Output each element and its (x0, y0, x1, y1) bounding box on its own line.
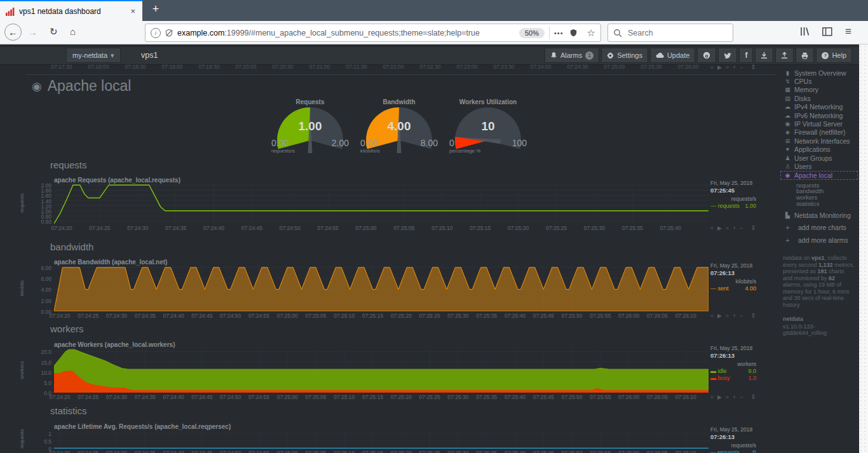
reload-button[interactable]: ↻ (50, 27, 58, 36)
sidebar-action-add-more-alarms[interactable]: +add more alarms (783, 236, 858, 245)
pan-left-button[interactable]: « (710, 64, 714, 71)
update-button[interactable]: Update (650, 48, 695, 63)
sidebar-item-ipv4-networking[interactable]: ☁IPv4 Networking (783, 103, 858, 111)
pan-right-button[interactable]: » (726, 64, 729, 71)
legend-units: kilobits/s (710, 278, 756, 285)
cloud-icon: ☁ (783, 112, 792, 119)
zoom-out-button[interactable]: − (740, 394, 743, 400)
sidebar-item-netdata-monitoring[interactable]: ▙Netdata Monitoring (783, 211, 858, 219)
zoom-in-button[interactable]: + (733, 225, 736, 231)
search-bar[interactable] (607, 24, 733, 42)
sidebar-action-add-more-charts[interactable]: +add more charts (783, 223, 858, 232)
zoom-in-button[interactable]: + (733, 394, 736, 400)
legend-series-requests[interactable]: — requests1.00 (710, 203, 756, 209)
chart-canvas-statistics[interactable] (54, 429, 709, 449)
hamburger-menu-icon[interactable]: ≡ (845, 27, 851, 36)
play-button[interactable]: ▶ (717, 394, 722, 400)
sidebar-item-ip-virtual-server[interactable]: ◉IP Virtual Server (783, 119, 858, 128)
zoom-out-button[interactable]: − (740, 313, 743, 319)
resize-handle-icon[interactable]: ⇕ (751, 449, 756, 453)
permissions-shield-icon[interactable] (165, 29, 173, 37)
twitter-button[interactable] (718, 48, 737, 63)
zoom-out-button[interactable]: − (740, 64, 743, 71)
chart-canvas-bandwidth[interactable] (54, 265, 709, 311)
svg-text:4.00: 4.00 (388, 119, 411, 133)
new-tab-button[interactable]: + (148, 3, 163, 16)
settings-button[interactable]: Settings (601, 48, 648, 63)
pan-right-button[interactable]: » (726, 450, 729, 453)
zoom-in-button[interactable]: + (733, 313, 736, 319)
sidebar-item-disks[interactable]: ▤Disks (783, 94, 858, 102)
sidebar-item-firewall-netfilter[interactable]: ◈Firewall (netfilter) (783, 128, 858, 137)
pan-left-button[interactable]: « (710, 313, 714, 319)
legend-series-busy[interactable]: ▬ busy1.0 (710, 375, 756, 381)
pan-left-button[interactable]: « (710, 450, 714, 453)
sidebar-item-apache-local[interactable]: ◉Apache local (780, 171, 858, 180)
gauge-requests[interactable]: Requests1.000.002.00requests/s (269, 98, 351, 157)
resize-handle-icon[interactable]: ⇕ (751, 64, 756, 71)
pan-right-button[interactable]: » (726, 394, 729, 400)
library-icon[interactable] (799, 27, 810, 36)
sidebar-subitem-statistics[interactable]: statistics (796, 200, 858, 206)
zoom-in-button[interactable]: + (733, 64, 736, 71)
sidebar-item-network-interfaces[interactable]: ⊞Network Interfaces (783, 137, 858, 145)
import-button[interactable] (755, 48, 773, 63)
tracking-protection-icon[interactable] (569, 29, 578, 37)
print-button[interactable] (796, 48, 814, 63)
pan-right-button[interactable]: » (726, 313, 729, 319)
sidebar-item-cpus[interactable]: ↯CPUs (783, 77, 858, 85)
browser-tab[interactable]: vps1 netdata dashboard × (0, 0, 142, 21)
gauge-bandwidth[interactable]: Bandwidth4.000.008.00kilobits/s (358, 98, 440, 157)
x-tick-label: 07:25:00 (349, 225, 383, 231)
legend-series-idle[interactable]: ▬ idle9.0 (710, 368, 756, 374)
help-button[interactable]: ? Help (816, 48, 852, 63)
home-button[interactable]: ⌂ (70, 27, 76, 36)
sidebar-item-ipv6-networking[interactable]: ☁IPv6 Networking (783, 111, 858, 119)
play-button[interactable]: ▶ (717, 313, 722, 319)
chart-canvas-workers[interactable] (54, 348, 709, 393)
tab-close-icon[interactable]: × (129, 6, 137, 16)
pan-left-button[interactable]: « (710, 225, 714, 231)
github-button[interactable] (697, 48, 716, 63)
hostname-label[interactable]: vps1 (141, 51, 158, 60)
sidebar-item-users[interactable]: ♙Users (783, 162, 858, 170)
play-button[interactable]: ▶ (717, 225, 722, 231)
back-button[interactable]: ← (4, 24, 22, 41)
zoom-level-badge[interactable]: 50% (519, 28, 545, 38)
sidebar-subitem-workers[interactable]: workers (796, 194, 858, 200)
zoom-out-button[interactable]: − (740, 225, 743, 231)
zoom-out-button[interactable]: − (740, 450, 743, 453)
pan-right-button[interactable]: » (726, 225, 729, 231)
my-netdata-dropdown[interactable]: my-netdata ▾ (66, 48, 121, 63)
bookmark-star-icon[interactable]: ☆ (587, 27, 595, 39)
ruler-tick-label: 07:25:00 (598, 64, 631, 70)
sidebar-item-user-groups[interactable]: ♟User Groups (783, 154, 858, 162)
legend-series-sent[interactable]: — sent4.00 (710, 285, 756, 292)
y-tick-label: 1 (30, 431, 51, 437)
sidebar-subitem-requests[interactable]: requests (796, 182, 858, 188)
sidebar-subitem-bandwidth[interactable]: bandwidth (796, 187, 858, 194)
ruler-tick-label: 07:21:00 (303, 64, 336, 70)
alarms-button[interactable]: Alarms 1 (545, 48, 599, 63)
sidebar-item-system-overview[interactable]: ▮System Overview (783, 69, 858, 77)
chart-canvas-requests[interactable] (54, 183, 709, 224)
url-bar[interactable]: i example.com :19999/#menu_apache_local_… (145, 24, 601, 42)
resize-handle-icon[interactable]: ⇕ (751, 312, 756, 319)
x-tick-label: 07:25:20 (502, 225, 535, 231)
play-button[interactable]: ▶ (717, 64, 722, 71)
facebook-button[interactable]: f (739, 48, 753, 63)
search-input[interactable] (627, 28, 718, 38)
resize-handle-icon[interactable]: ⇕ (751, 393, 756, 400)
gauge-workers-utilization[interactable]: Workers Utilization100100percentage % (447, 98, 529, 157)
zoom-in-button[interactable]: + (733, 450, 736, 453)
sidebar-item-memory[interactable]: ▦Memory (783, 86, 858, 94)
resize-handle-icon[interactable]: ⇕ (751, 224, 756, 231)
forward-button[interactable]: → (28, 27, 37, 37)
page-info-icon[interactable]: i (151, 28, 161, 38)
export-button[interactable] (775, 48, 794, 63)
sidebar-toggle-icon[interactable] (822, 27, 832, 36)
play-button[interactable]: ▶ (717, 450, 722, 453)
page-actions-icon[interactable]: ••• (554, 29, 564, 37)
sidebar-item-applications[interactable]: ♥Applications (783, 145, 858, 154)
pan-left-button[interactable]: « (710, 394, 714, 400)
